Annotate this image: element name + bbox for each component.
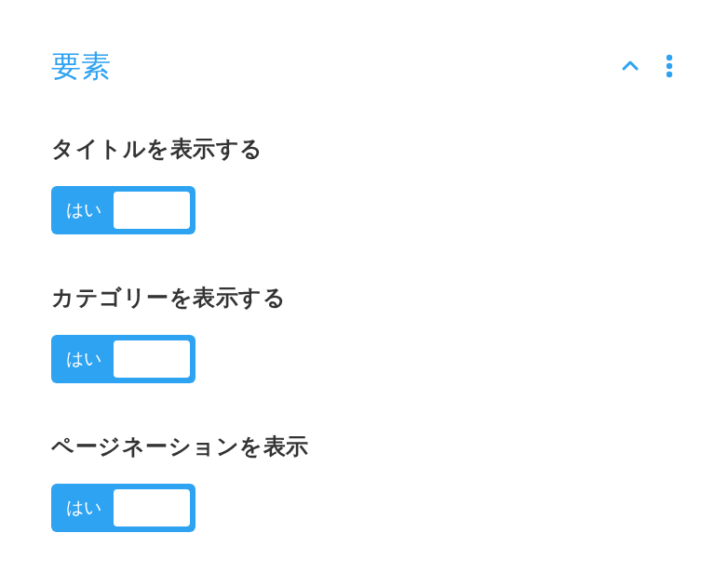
show-pagination-toggle[interactable]: はい: [51, 484, 195, 532]
setting-label: ページネーションを表示: [51, 432, 677, 461]
setting-label: タイトルを表示する: [51, 134, 677, 164]
svg-point-2: [667, 71, 672, 76]
setting-show-title: タイトルを表示する はい: [51, 134, 677, 234]
toggle-handle: [114, 192, 190, 229]
show-title-toggle[interactable]: はい: [51, 186, 195, 234]
collapse-button[interactable]: [615, 51, 645, 84]
menu-button[interactable]: [662, 50, 677, 85]
toggle-value: はい: [57, 496, 107, 520]
panel-actions: [615, 50, 677, 85]
setting-label: カテゴリーを表示する: [51, 283, 677, 313]
panel-title: 要素: [51, 47, 111, 87]
toggle-handle: [114, 340, 190, 378]
toggle-handle: [114, 489, 190, 526]
toggle-value: はい: [57, 347, 107, 371]
setting-show-category: カテゴリーを表示する はい: [51, 283, 677, 383]
panel-header: 要素: [51, 47, 677, 87]
show-category-toggle[interactable]: はい: [51, 335, 195, 383]
svg-point-1: [667, 62, 672, 68]
chevron-up-icon: [619, 55, 641, 80]
svg-point-0: [667, 54, 672, 60]
toggle-value: はい: [57, 198, 107, 222]
vertical-dots-icon: [666, 54, 673, 81]
setting-show-pagination: ページネーションを表示 はい: [51, 432, 677, 532]
